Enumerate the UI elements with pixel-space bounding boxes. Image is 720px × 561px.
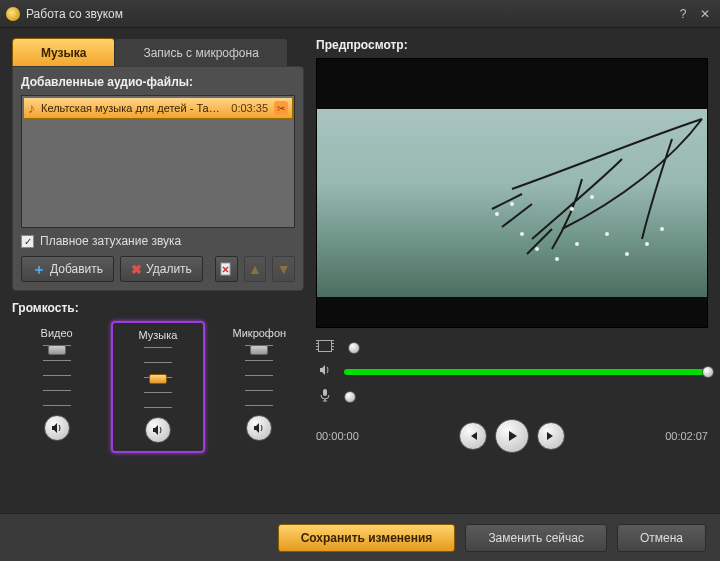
fade-checkbox[interactable]: ✓ — [21, 235, 34, 248]
add-button[interactable]: ＋ Добавить — [21, 256, 114, 282]
svg-point-5 — [575, 242, 579, 246]
microphone-icon — [316, 388, 334, 405]
audio-files-panel: Добавленные аудио-файлы: ♪ Кельтская муз… — [12, 66, 304, 291]
fade-label: Плавное затухание звука — [40, 234, 181, 248]
volume-video-slider[interactable] — [47, 345, 67, 405]
volume-music-mute[interactable] — [145, 417, 171, 443]
arrow-up-icon: ▲ — [248, 261, 262, 277]
prev-button[interactable] — [459, 422, 487, 450]
svg-point-8 — [645, 242, 649, 246]
volume-video-mute[interactable] — [44, 415, 70, 441]
time-total: 00:02:07 — [665, 430, 708, 442]
position-slider[interactable] — [344, 345, 708, 351]
volume-music-slider[interactable] — [148, 347, 168, 407]
svg-point-10 — [510, 202, 514, 206]
play-icon — [505, 429, 519, 443]
svg-point-12 — [590, 195, 594, 199]
film-icon — [316, 340, 334, 355]
volume-mic-label: Микрофон — [233, 327, 287, 339]
preview-image — [317, 109, 707, 297]
file-item[interactable]: ♪ Кельтская музыка для детей - Танец-ht.… — [23, 97, 293, 119]
volume-music-label: Музыка — [139, 329, 178, 341]
svg-point-11 — [570, 207, 574, 211]
volume-title: Громкость: — [12, 301, 304, 315]
save-button[interactable]: Сохранить изменения — [278, 524, 456, 552]
tab-mic-record[interactable]: Запись с микрофона — [114, 38, 287, 66]
svg-point-3 — [535, 247, 539, 251]
preview-box — [316, 58, 708, 328]
speaker-icon — [252, 421, 266, 435]
arrow-down-icon: ▼ — [277, 261, 291, 277]
volume-mic-mute[interactable] — [246, 415, 272, 441]
skip-back-icon — [467, 430, 479, 442]
volume-section: Громкость: Видео Музыка — [12, 301, 304, 453]
tab-music[interactable]: Музыка — [12, 38, 115, 66]
window-title: Работа со звуком — [26, 7, 670, 21]
playback-volume-slider[interactable] — [344, 369, 708, 375]
help-button[interactable]: ? — [674, 6, 692, 22]
svg-point-4 — [555, 257, 559, 261]
move-up-button[interactable]: ▲ — [244, 256, 267, 282]
move-down-button[interactable]: ▼ — [272, 256, 295, 282]
close-button[interactable]: ✕ — [696, 6, 714, 22]
volume-music-box: Музыка — [111, 321, 204, 453]
svg-point-7 — [625, 252, 629, 256]
cancel-button[interactable]: Отмена — [617, 524, 706, 552]
mic-volume-slider[interactable] — [344, 394, 708, 400]
page-x-icon — [219, 262, 233, 276]
title-bar: Работа со звуком ? ✕ — [0, 0, 720, 28]
speaker-icon — [151, 423, 165, 437]
music-note-icon: ♪ — [28, 101, 35, 115]
time-current: 00:00:00 — [316, 430, 359, 442]
reset-button[interactable] — [215, 256, 238, 282]
play-button[interactable] — [495, 419, 529, 453]
svg-point-2 — [520, 232, 524, 236]
plus-icon: ＋ — [32, 262, 46, 276]
delete-button[interactable]: ✖ Удалить — [120, 256, 203, 282]
delete-icon: ✖ — [131, 263, 142, 276]
svg-point-6 — [605, 232, 609, 236]
speaker-icon — [316, 363, 334, 380]
volume-mic-slider[interactable] — [249, 345, 269, 405]
speaker-icon — [50, 421, 64, 435]
volume-mic-box: Микрофон — [215, 321, 304, 453]
svg-point-9 — [660, 227, 664, 231]
svg-point-1 — [495, 212, 499, 216]
tab-bar: Музыка Запись с микрофона — [12, 38, 304, 66]
next-button[interactable] — [537, 422, 565, 450]
split-icon[interactable]: ✂ — [274, 101, 288, 115]
volume-video-box: Видео — [12, 321, 101, 453]
bottom-bar: Сохранить изменения Заменить сейчас Отме… — [0, 513, 720, 561]
volume-video-label: Видео — [41, 327, 73, 339]
file-duration: 0:03:35 — [231, 102, 268, 114]
replace-button[interactable]: Заменить сейчас — [465, 524, 607, 552]
svg-rect-13 — [323, 389, 327, 396]
file-list[interactable]: ♪ Кельтская музыка для детей - Танец-ht.… — [21, 95, 295, 228]
panel-title: Добавленные аудио-файлы: — [21, 75, 295, 89]
skip-forward-icon — [545, 430, 557, 442]
transport: 00:00:00 00:02:07 — [316, 340, 708, 453]
add-button-label: Добавить — [50, 262, 103, 276]
delete-button-label: Удалить — [146, 262, 192, 276]
file-name: Кельтская музыка для детей - Танец-ht... — [41, 102, 225, 114]
preview-title: Предпросмотр: — [316, 38, 708, 52]
app-icon — [6, 7, 20, 21]
